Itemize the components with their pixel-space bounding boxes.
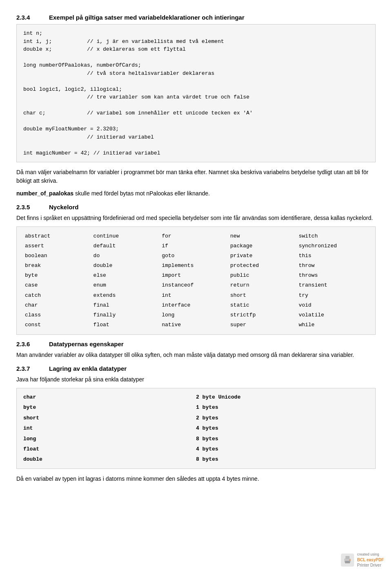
dtype-short-value: 2 bytes [196,413,369,423]
paragraph-keywords-intro: Det finns i språket en uppsättning förde… [16,214,376,222]
keyword-class: class [25,311,94,320]
keyword-long: long [162,311,230,320]
keyword-catch: catch [25,291,94,300]
main-section-header: 2.3.4 Exempel på giltiga satser med vari… [16,14,376,21]
keyword-throws: throws [298,271,367,280]
keyword-import: import [162,271,230,280]
keyword-public: public [230,271,299,280]
keyword-return: return [230,281,299,290]
keyword-abstract: abstract [25,232,94,241]
keyword-synchronized: synchronized [298,242,367,251]
keyword-goto: goto [162,251,230,260]
keyword-implements: implements [162,261,230,270]
keyword-switch: switch [298,232,367,241]
dtype-char-label: char [23,392,196,402]
keyword-else: else [94,271,162,280]
keyword-continue: continue [94,232,162,241]
keyword-interface: interface [162,301,230,310]
section-number-236: 2.3.6 [16,341,37,347]
keyword-int: int [162,291,230,300]
keyword-default: default [94,242,162,251]
dtype-int-value: 4 bytes [196,424,369,433]
keyword-char: char [25,301,94,310]
keyword-void: void [298,301,367,310]
keyword-throw: throw [298,261,367,270]
section-title-237: Lagring av enkla datatyper [49,365,127,372]
paragraph-datatypes-intro: Man använder variabler av olika datatype… [16,351,376,359]
keyword-case: case [25,281,94,290]
section-number-234: 2.3.4 [16,14,37,21]
keyword-enum: enum [94,281,162,290]
keyword-instanceof: instanceof [162,281,230,290]
keyword-transient: transient [298,281,367,290]
keyword-package: package [230,242,299,251]
section-title-234: Exempel på giltiga satser med variabelde… [49,14,245,21]
paragraph-int-storage: Då en variabel av typen int lagras i dat… [16,475,376,483]
keyword-if: if [162,242,230,251]
keyword-private: private [230,251,299,260]
section-236-header: 2.3.6 Datatypernas egenskaper [16,341,376,347]
section-235-header: 2.3.5 Nyckelord [16,204,376,211]
dtype-short-label: short [23,413,196,423]
keyword-this: this [298,251,367,260]
keyword-break: break [25,261,94,270]
keyword-final: final [94,301,162,310]
code-block-1: int n; int i, j; // i, j är en variabell… [16,24,376,162]
keyword-float: float [94,320,162,329]
dtype-byte-value: 1 bytes [196,403,369,412]
datatype-table: char 2 byte Unicode byte 1 bytes short 2… [16,388,376,469]
keyword-strictfp: strictfp [230,311,299,320]
section-number-237: 2.3.7 [16,365,37,372]
keywords-table: abstract continue for new switch assert … [16,226,376,335]
keyword-double: double [94,261,162,270]
dtype-double-label: double [23,455,196,464]
keyword-new: new [230,232,299,241]
keyword-finally: finally [94,311,162,320]
keyword-while: while [298,320,367,329]
keyword-static: static [230,301,299,310]
bold-number-of-paalokas: number_of_paalokas [16,190,74,197]
keyword-boolean: boolean [25,251,94,260]
dtype-char-value: 2 byte Unicode [196,392,369,402]
keyword-byte: byte [25,271,94,280]
dtype-long-value: 8 bytes [196,434,369,444]
dtype-long-label: long [23,434,196,444]
paragraph-variable-naming: Då man väljer variabelnamn för variabler… [16,168,376,185]
dtype-int-label: int [23,424,196,433]
keyword-super: super [230,320,299,329]
paragraph-naming-suffix: skulle med fördel bytas mot nPalookas el… [74,190,210,197]
dtype-float-label: float [23,444,196,454]
section-title-235: Nyckelord [49,204,79,211]
keyword-try: try [298,291,367,300]
keyword-extends: extends [94,291,162,300]
section-title-236: Datatypernas egenskaper [49,341,124,347]
section-237-header: 2.3.7 Lagring av enkla datatyper [16,365,376,372]
keyword-assert: assert [25,242,94,251]
keyword-protected: protected [230,261,299,270]
keyword-native: native [162,320,230,329]
keyword-short: short [230,291,299,300]
keyword-do: do [94,251,162,260]
section-number-235: 2.3.5 [16,204,37,211]
dtype-float-value: 4 bytes [196,444,369,454]
keyword-for: for [162,232,230,241]
paragraph-storage-intro: Java har följande storlekar på sina enkl… [16,375,376,384]
keyword-const: const [25,320,94,329]
paragraph-naming-example: number_of_paalokas skulle med fördel byt… [16,189,376,198]
keyword-volatile: volatile [298,311,367,320]
dtype-double-value: 8 bytes [196,455,369,464]
dtype-byte-label: byte [23,403,196,412]
